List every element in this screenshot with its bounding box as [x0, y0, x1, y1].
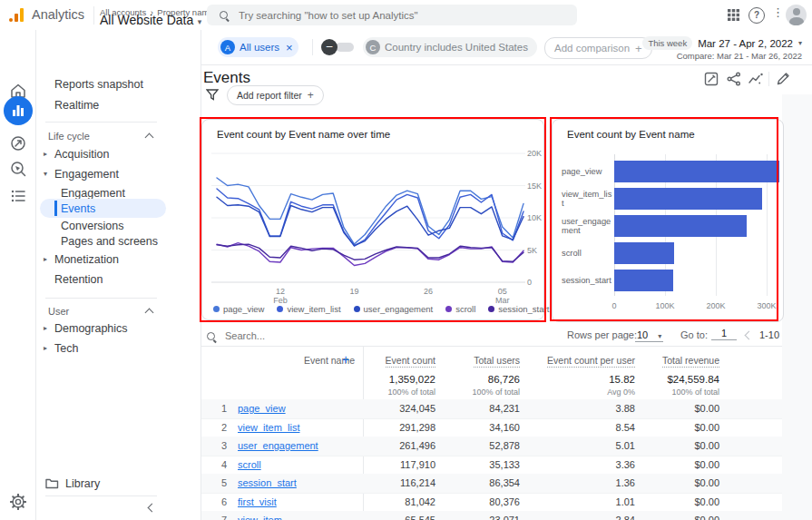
rail-divider	[35, 30, 36, 520]
event-name-link[interactable]: page_view	[238, 403, 286, 414]
admin-gear-icon[interactable]	[10, 494, 26, 510]
search-icon	[220, 11, 228, 19]
sidebar-item-reports-snapshot[interactable]: Reports snapshot	[54, 74, 163, 94]
all-users-chip[interactable]: A All users ×	[218, 37, 298, 57]
sidebar-item-pages-and-screens[interactable]: Pages and screens	[61, 231, 163, 251]
sidebar-item-retention[interactable]: Retention	[54, 270, 163, 289]
filter-funnel-icon	[206, 89, 219, 101]
date-range-picker[interactable]: This week Mar 27 - Apr 2, 2022 ▾	[642, 36, 802, 50]
cell-revenue: $0.00	[602, 477, 719, 488]
collapse-section-icon[interactable]	[145, 133, 154, 142]
table-search[interactable]	[207, 329, 336, 342]
legend-item-view_item_list[interactable]: view_item_list	[277, 304, 340, 314]
sidebar-item-life-cycle[interactable]: Life cycle	[48, 126, 161, 146]
add-report-filter-label: Add report filter	[237, 90, 302, 101]
customize-report-icon[interactable]	[704, 72, 719, 86]
chevron-right-icon[interactable]: ▸	[44, 144, 47, 164]
legend-label: session_start	[498, 304, 549, 314]
series-scroll	[217, 243, 523, 266]
event-name-link[interactable]: view_item	[238, 515, 282, 520]
bar-view_item_list[interactable]	[614, 188, 762, 210]
bar-session_start[interactable]	[614, 270, 673, 291]
table-row[interactable]: 1page_view324,04584,2313.88$0.00	[201, 399, 782, 419]
column-header-total-revenue[interactable]: Total revenue	[602, 355, 719, 366]
cell-event_count: 117,910	[327, 459, 435, 470]
table-row[interactable]: 7view_item65,54523,0712.84$0.00	[201, 511, 782, 520]
x-axis-label: 12	[267, 287, 294, 296]
table-row[interactable]: 4scroll117,91035,1333.36$0.00	[201, 456, 782, 476]
event-name-link[interactable]: view_item_list	[238, 422, 299, 433]
rows-per-page-select[interactable]: 10 ▾	[635, 329, 663, 342]
bar-scroll[interactable]	[614, 242, 674, 264]
table-row[interactable]: 2view_item_list291,29834,1608.54$0.00	[201, 418, 782, 438]
chevron-right-icon[interactable]: ▸	[44, 319, 47, 338]
chevron-right-icon[interactable]: ▸	[44, 338, 47, 358]
edit-pencil-icon[interactable]	[776, 72, 790, 86]
legend-dot-icon	[213, 306, 220, 312]
line-chart-plot[interactable]	[211, 152, 525, 284]
section-label: User	[48, 306, 69, 317]
comparison-a-badge: A	[220, 40, 235, 54]
cell-revenue: $0.00	[602, 403, 719, 414]
table-search-input[interactable]	[223, 329, 336, 342]
sidebar-item-tech[interactable]: Tech▸	[54, 338, 163, 358]
minus-circle-icon: –	[321, 39, 338, 55]
help-icon[interactable]: ?	[748, 7, 765, 24]
totals-sub: 100% of total	[327, 388, 435, 397]
bar-page_view[interactable]	[614, 161, 779, 182]
add-comparison-button[interactable]: Add comparison +	[544, 37, 652, 59]
sidebar-item-monetization[interactable]: Monetization▸	[54, 250, 163, 270]
sidebar-item-realtime[interactable]: Realtime	[54, 95, 163, 115]
sidebar-item-library[interactable]: Library	[45, 474, 163, 494]
column-header-event-count[interactable]: Event count	[327, 355, 435, 366]
rail-item-explore[interactable]	[4, 154, 33, 183]
goto-input[interactable]	[711, 327, 737, 340]
cell-total_users: 84,231	[420, 403, 520, 414]
bar-category-label: session_start	[562, 267, 612, 294]
row-number: 6	[214, 496, 227, 507]
apps-grid-icon[interactable]	[727, 8, 740, 22]
property-switcher[interactable]: All Website Data ▾	[100, 12, 201, 28]
country-filter-chip[interactable]: C Country includes United States	[363, 37, 537, 57]
event-name-link[interactable]: scroll	[238, 459, 261, 470]
table-row[interactable]: 5session_start116,21486,3541.36$0.00	[201, 474, 782, 494]
exclude-toggle[interactable]: –	[321, 39, 356, 55]
rail-item-configure[interactable]	[4, 182, 33, 211]
share-icon[interactable]	[727, 72, 741, 86]
cell-total_users: 34,160	[420, 422, 520, 433]
line-chart-title: Event count by Event name over time	[217, 129, 390, 140]
header-bottom-divider	[201, 64, 812, 65]
remove-comparison-icon[interactable]: ×	[286, 41, 293, 54]
legend-item-user_engagement[interactable]: user_engagement	[354, 304, 434, 314]
compare-range: Compare: Mar 21 - Mar 26, 2022	[677, 51, 802, 61]
x-axis-label: 26	[415, 287, 442, 296]
collapse-section-icon[interactable]	[145, 309, 154, 318]
prev-page-icon[interactable]	[745, 331, 754, 340]
column-header-total-users[interactable]: Total users	[420, 355, 520, 366]
sidebar-item-acquisition[interactable]: Acquisition▸	[54, 144, 163, 164]
collapse-sidebar-icon[interactable]	[148, 504, 157, 513]
country-filter-label: Country includes United States	[385, 42, 528, 53]
bar-category-label: page_view	[562, 158, 612, 185]
table-row[interactable]: 6first_visit81,04280,3761.01$0.00	[201, 493, 782, 513]
table-row[interactable]: 3user_engagement261,49652,8785.01$0.00	[201, 437, 782, 456]
bar-user_engagement[interactable]	[614, 215, 747, 237]
legend-item-scroll[interactable]: scroll	[445, 304, 475, 314]
chevron-right-icon[interactable]: ▸	[44, 250, 47, 270]
insights-icon[interactable]	[748, 72, 764, 86]
more-vertical-icon[interactable]: ⋮	[772, 5, 784, 19]
line-chart-card: Event count by Event name over time 05K1…	[201, 119, 544, 320]
global-search[interactable]	[207, 5, 577, 25]
event-name-link[interactable]: user_engagement	[238, 440, 318, 451]
rail-item-reports[interactable]	[4, 96, 33, 125]
avatar[interactable]	[786, 5, 807, 25]
event-name-link[interactable]: session_start	[238, 477, 297, 488]
add-report-filter-button[interactable]: Add report filter +	[227, 85, 324, 105]
sidebar-item-engagement[interactable]: Engagement▾	[54, 164, 163, 184]
event-name-link[interactable]: first_visit	[238, 496, 277, 507]
search-input[interactable]	[237, 9, 540, 22]
sidebar-item-demographics[interactable]: Demographics▸	[54, 319, 163, 338]
chevron-down-icon[interactable]: ▾	[44, 164, 47, 184]
legend-item-page_view[interactable]: page_view	[213, 304, 264, 314]
legend-item-session_start[interactable]: session_start	[488, 304, 549, 314]
